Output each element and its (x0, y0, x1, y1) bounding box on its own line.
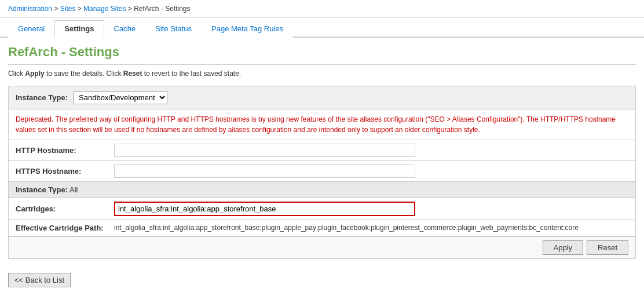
tab-bar: General Settings Cache Site Status Page … (0, 20, 644, 38)
instance-type-row: Instance Type: Sandbox/Development Stagi… (9, 86, 635, 109)
effective-cartridge-path-value: int_algolia_sfra:int_algolia:app_storefr… (114, 224, 628, 232)
instance-type-select[interactable]: Sandbox/Development Staging Production (74, 91, 167, 104)
http-hostname-row: HTTP Hostname: (9, 140, 635, 161)
tab-general[interactable]: General (8, 20, 54, 38)
cartridges-input-wrapper (114, 202, 415, 216)
http-hostname-input[interactable] (114, 144, 415, 157)
content-area: Instance Type: Sandbox/Development Stagi… (0, 82, 644, 262)
tab-site-status[interactable]: Site Status (145, 20, 202, 38)
reset-label-bold: Reset (123, 70, 142, 78)
back-row: << Back to List (0, 267, 644, 293)
instance-type-all-value: All (69, 185, 78, 194)
https-hostname-input-wrapper (114, 165, 415, 178)
tab-settings[interactable]: Settings (54, 20, 104, 38)
cartridges-input[interactable] (114, 202, 415, 216)
effective-cartridge-path-row: Effective Cartridge Path: int_algolia_sf… (9, 220, 635, 236)
instance-type-all-label: Instance Type: (16, 185, 68, 194)
http-hostname-label: HTTP Hostname: (16, 146, 114, 155)
effective-cartridge-path-label: Effective Cartridge Path: (16, 224, 114, 232)
deprecated-notice: Deprecated. The preferred way of configu… (9, 109, 635, 140)
tab-page-meta-tag-rules[interactable]: Page Meta Tag Rules (202, 20, 293, 38)
back-to-list-button[interactable]: << Back to List (8, 273, 71, 287)
https-hostname-label: HTTPS Hostname: (16, 167, 114, 176)
page-title: RefArch - Settings (0, 38, 644, 64)
breadcrumb-sites[interactable]: Sites (60, 5, 76, 13)
http-hostname-input-wrapper (114, 144, 415, 157)
tab-cache[interactable]: Cache (104, 20, 146, 38)
breadcrumb-admin[interactable]: Administration (8, 5, 52, 13)
cartridges-label: Cartridges: (16, 204, 114, 213)
apply-button[interactable]: Apply (543, 240, 584, 255)
breadcrumb-manage-sites[interactable]: Manage Sites (83, 5, 126, 13)
buttons-row: Apply Reset (9, 236, 635, 258)
cartridges-row: Cartridges: (9, 198, 635, 220)
settings-section: Instance Type: Sandbox/Development Stagi… (8, 86, 636, 259)
https-hostname-input[interactable] (114, 165, 415, 178)
breadcrumb-current: RefArch - Settings (134, 5, 190, 13)
instance-type-label: Instance Type: (16, 93, 68, 102)
instance-type-all-row: Instance Type: All (9, 182, 635, 198)
reset-button[interactable]: Reset (587, 240, 628, 255)
breadcrumb: Administration > Sites > Manage Sites > … (0, 0, 644, 18)
apply-label-bold: Apply (25, 70, 44, 78)
instructions: Click Apply to save the details. Click R… (0, 65, 644, 82)
https-hostname-row: HTTPS Hostname: (9, 161, 635, 182)
